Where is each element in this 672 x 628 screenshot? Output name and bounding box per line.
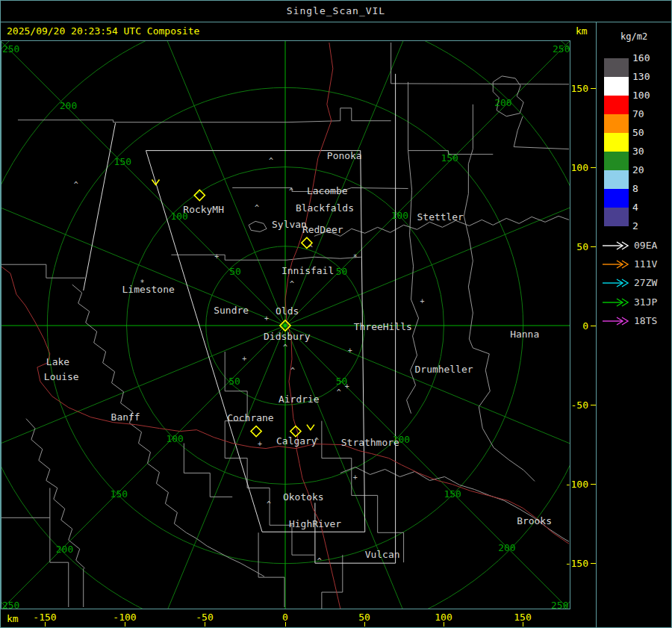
town-marker: +: [264, 314, 269, 323]
range-ring-label: 50: [336, 266, 348, 277]
town-marker: *: [353, 253, 358, 261]
county-boundary-line: [1, 264, 85, 278]
right-axis-label: -50: [563, 400, 588, 410]
bottom-axis-tick: [205, 622, 205, 627]
city-label: Ponoka: [327, 150, 362, 161]
radar-map-canvas[interactable]: 5050505010010010010015015015015020020020…: [1, 40, 570, 609]
city-label: Sundre: [214, 305, 249, 316]
site-id-label: 111V: [634, 259, 657, 269]
city-label: Innisfail: [281, 265, 334, 276]
city-label: Drumheller: [415, 364, 473, 375]
site-arrow-icon: [603, 260, 629, 269]
scan-area-outline: [84, 123, 116, 290]
city-label: Cochrane: [227, 412, 274, 423]
bottom-axis-label: 150: [506, 612, 539, 622]
right-axis-tick: [591, 484, 596, 485]
scan-timestamp: 2025/09/20 20:23:54 UTC Composite: [7, 25, 199, 37]
county-boundary-line: [407, 299, 419, 414]
bottom-axis-label: -150: [28, 612, 61, 622]
town-marker: ^: [290, 280, 294, 288]
bottom-axis-tick: [45, 622, 46, 627]
site-id-label: 18TS: [634, 316, 657, 326]
city-label: ThreeHills: [354, 321, 412, 332]
right-axis-label: 150: [563, 84, 588, 93]
colorbar-swatch: [604, 133, 629, 152]
bottom-axis-unit: km: [7, 613, 19, 624]
site-legend-row: 111V: [603, 259, 671, 270]
county-boundary-line: [287, 108, 391, 122]
scan-area-outline: [315, 74, 396, 563]
city-label: Stettler: [417, 211, 464, 223]
radar-center-dot: [284, 324, 287, 328]
yellow-arrow-marker: [307, 425, 314, 430]
colorbar-value: 100: [632, 90, 662, 100]
site-id-label: 31JP: [634, 297, 657, 307]
right-axis-tick: [591, 405, 596, 405]
city-label: Lake: [46, 356, 69, 367]
right-axis-unit: km: [576, 25, 588, 37]
right-axis-tick: [591, 246, 596, 247]
title-divider: [1, 22, 671, 22]
bottom-axis-tick: [285, 622, 286, 627]
colorbar-unit-label: kg/m2: [620, 31, 647, 42]
range-ring-label: 200: [60, 100, 77, 111]
county-boundary-line: [340, 467, 569, 541]
right-axis-tick: [591, 167, 596, 168]
colorbar-value: 70: [632, 109, 662, 119]
site-arrow-icon: [603, 241, 629, 250]
town-marker: +: [345, 382, 349, 391]
town-marker: ^: [337, 388, 341, 397]
colorbar-swatch: [604, 170, 629, 189]
site-arrow-icon: [603, 298, 629, 307]
colorbar-swatch: [604, 208, 629, 226]
city-label: Calgary: [276, 435, 317, 447]
town-marker: ^: [283, 343, 287, 352]
bottom-axis-label: 50: [348, 612, 381, 622]
colorbar-value: 4: [632, 202, 662, 212]
range-ring-label: 250: [2, 43, 19, 55]
town-marker: +: [420, 297, 425, 305]
colorbar-value: 8: [632, 184, 662, 193]
radar-site-marker: [194, 190, 205, 200]
town-marker: ^: [267, 500, 271, 509]
bottom-axis-label: -100: [108, 612, 141, 622]
city-label: RockyMH: [183, 204, 224, 215]
right-axis-label: 50: [563, 242, 588, 252]
town-marker: +: [242, 355, 246, 363]
radial-line: [285, 40, 570, 326]
county-boundary-line: [171, 255, 361, 260]
bottom-axis-tick: [125, 622, 125, 627]
county-boundary-line: [391, 43, 569, 84]
range-ring-label: 200: [498, 542, 515, 553]
city-label: Banff: [111, 411, 140, 423]
radial-line: [285, 40, 441, 326]
site-id-label: 09EA: [634, 240, 657, 250]
city-label: Lacombe: [307, 185, 348, 196]
colorbar-value: 50: [632, 128, 662, 137]
colorbar-value: 30: [632, 146, 662, 156]
colorbar-swatch: [604, 114, 629, 133]
right-axis-tick: [591, 326, 596, 326]
colorbar-value: 20: [632, 165, 662, 175]
city-label: Louise: [44, 371, 79, 382]
town-marker: ^: [269, 157, 273, 165]
range-ring-label: 100: [166, 433, 183, 444]
bottom-axis-tick: [364, 622, 365, 627]
city-label: Strathmore: [341, 437, 399, 448]
site-arrow-icon: [603, 317, 629, 326]
city-label: Didsbury: [264, 331, 311, 342]
county-boundary-line: [249, 221, 267, 231]
radial-line: [1, 326, 285, 481]
right-axis-label: 0: [563, 321, 588, 331]
site-arrow-icon: [603, 279, 629, 287]
city-label: Hanna: [510, 329, 539, 340]
town-marker: +: [258, 440, 262, 448]
town-marker: ^: [317, 557, 322, 565]
range-ring-label: 50: [228, 376, 240, 387]
city-label: Sylvan: [272, 219, 307, 230]
range-ring-label: 200: [56, 544, 73, 555]
bottom-axis-label: 0: [269, 612, 302, 622]
radar-site-marker: [251, 426, 261, 437]
app-window: Single_Scan_VIL 2025/09/20 20:23:54 UTC …: [0, 0, 672, 628]
city-label: Airdrie: [279, 394, 320, 405]
